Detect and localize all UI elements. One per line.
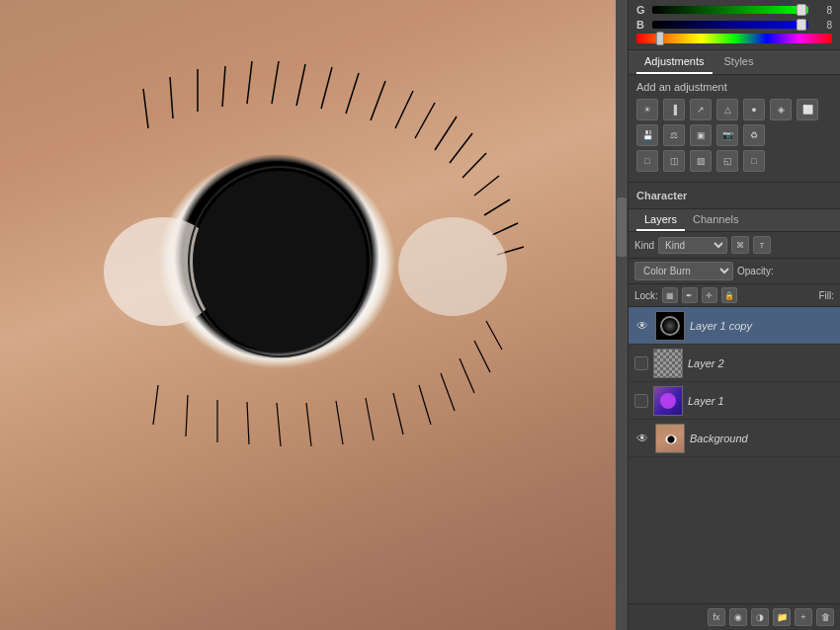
svg-line-22	[247, 402, 249, 444]
adj-icon-color-balance[interactable]: ⬜	[797, 99, 818, 120]
layer-item-layer1copy[interactable]: 👁 Layer 1 copy	[629, 307, 840, 345]
svg-line-23	[277, 403, 281, 446]
character-section: Character	[629, 183, 840, 209]
layer2-checkbox[interactable]	[634, 356, 648, 370]
bottom-icon-fx[interactable]: fx	[708, 608, 725, 626]
adj-icon-curves[interactable]: ↗	[690, 99, 712, 120]
svg-line-30	[460, 358, 474, 393]
layer2-thumb	[653, 349, 683, 378]
adj-icon-e[interactable]: □	[743, 150, 765, 172]
background-name: Background	[690, 433, 834, 444]
adj-icon-exposure[interactable]: △	[716, 99, 738, 120]
bottom-icon-mask[interactable]: ◉	[729, 608, 747, 626]
adj-icons-row-2: 💾 ⚖ ▣ 📷 ♻	[636, 124, 832, 146]
svg-line-17	[492, 223, 518, 235]
adj-icon-balance2[interactable]: ⚖	[663, 124, 685, 146]
layer1-checkbox[interactable]	[634, 394, 648, 408]
svg-point-35	[193, 171, 367, 353]
kind-icon-2[interactable]: T	[753, 236, 771, 254]
blend-row: Color Burn Opacity:	[629, 259, 840, 284]
layer1copy-name: Layer 1 copy	[690, 320, 834, 332]
svg-line-20	[186, 395, 188, 436]
lock-icon-1[interactable]: ▦	[662, 287, 678, 303]
right-panel: G 8 B 8 Adjustments Styles Add an adjust…	[628, 0, 840, 630]
layer1-thumb-purple	[654, 387, 682, 415]
layer-item-layer1[interactable]: Layer 1	[629, 382, 840, 420]
svg-point-34	[398, 217, 507, 316]
color-gradient-bar[interactable]	[636, 34, 832, 43]
canvas-scrollbar-thumb[interactable]	[617, 197, 627, 257]
b-slider-thumb[interactable]	[797, 19, 806, 31]
g-slider-track[interactable]	[652, 6, 808, 14]
tab-channels[interactable]: Channels	[685, 209, 746, 231]
adj-icon-a[interactable]: □	[636, 150, 658, 172]
svg-line-26	[366, 398, 374, 440]
character-header: Character	[636, 187, 832, 204]
b-slider-value: 8	[812, 20, 832, 31]
bottom-icon-new[interactable]: +	[795, 608, 812, 626]
layer-item-background[interactable]: 👁 Background	[629, 420, 840, 457]
svg-line-15	[474, 176, 499, 196]
svg-line-5	[272, 61, 279, 104]
adj-icon-c[interactable]: ▨	[690, 150, 712, 172]
kind-icon-1[interactable]: ⌘	[731, 236, 749, 254]
svg-line-9	[371, 81, 385, 120]
adj-icon-hue[interactable]: ●	[743, 99, 765, 120]
svg-line-28	[419, 385, 431, 425]
layer1copy-visibility[interactable]: 👁	[634, 318, 650, 334]
svg-line-12	[435, 117, 457, 150]
bottom-icon-folder[interactable]: 📁	[773, 608, 791, 626]
adj-icons-row-3: □ ◫ ▨ ◱ □	[636, 150, 832, 172]
layer-item-layer2[interactable]: Layer 2	[629, 345, 840, 382]
adj-icon-save[interactable]: 💾	[636, 124, 658, 146]
lock-label: Lock:	[634, 290, 658, 301]
blend-mode-select[interactable]: Color Burn	[634, 262, 733, 280]
background-visibility[interactable]: 👁	[634, 431, 650, 446]
color-bar-marker[interactable]	[656, 32, 664, 45]
tab-layers[interactable]: Layers	[636, 209, 685, 231]
adj-icons-row-1: ☀ ▐ ↗ △ ● ◈ ⬜	[636, 99, 832, 120]
g-slider-thumb[interactable]	[797, 4, 806, 16]
svg-line-29	[441, 373, 455, 411]
background-thumb	[655, 424, 685, 453]
adj-icon-vibrance[interactable]: ◈	[770, 99, 792, 120]
svg-line-19	[153, 385, 158, 425]
adj-icon-d[interactable]: ◱	[716, 150, 738, 172]
layer1-name: Layer 1	[688, 395, 834, 407]
svg-line-14	[462, 153, 486, 178]
adj-icon-b[interactable]: ◫	[663, 150, 685, 172]
lock-icon-4[interactable]: 🔒	[721, 287, 737, 303]
adjustments-section: Add an adjustment ☀ ▐ ↗ △ ● ◈ ⬜ 💾 ⚖ ▣ 📷 …	[629, 75, 840, 183]
svg-line-25	[336, 401, 343, 444]
bottom-icon-adjust[interactable]: ◑	[751, 608, 769, 626]
lock-icon-3[interactable]: ✛	[702, 287, 717, 303]
svg-line-16	[484, 199, 510, 215]
adj-icon-camera[interactable]: 📷	[716, 124, 738, 146]
svg-line-32	[486, 321, 502, 350]
color-bar-row	[636, 34, 832, 43]
g-slider-row: G 8	[636, 4, 832, 16]
canvas-scrollbar[interactable]	[616, 0, 628, 630]
svg-line-31	[474, 341, 490, 372]
adj-icon-refresh[interactable]: ♻	[743, 124, 765, 146]
kind-row: Kind Kind ⌘ T	[629, 232, 840, 259]
svg-line-24	[306, 403, 311, 446]
lock-row: Lock: ▦ ✒ ✛ 🔒 Fill:	[629, 284, 840, 307]
adj-icon-levels[interactable]: ▐	[663, 99, 685, 120]
layer1copy-thumb	[655, 311, 685, 341]
tab-adjustments[interactable]: Adjustments	[636, 50, 713, 74]
layers-tabs: Layers Channels	[629, 209, 840, 232]
adj-icon-brightness[interactable]: ☀	[636, 99, 658, 120]
adj-icon-rect[interactable]: ▣	[690, 124, 712, 146]
layer2-name: Layer 2	[688, 357, 834, 369]
bottom-icon-delete[interactable]: 🗑	[816, 608, 834, 626]
b-slider-track[interactable]	[652, 21, 808, 29]
layer1copy-thumb-black	[656, 312, 684, 340]
tab-styles[interactable]: Styles	[716, 50, 762, 74]
panel-tabs: Adjustments Styles	[629, 50, 840, 75]
svg-line-27	[393, 393, 403, 434]
b-slider-label: B	[636, 19, 648, 31]
lock-icon-2[interactable]: ✒	[682, 287, 698, 303]
kind-select[interactable]: Kind	[658, 237, 727, 254]
layers-list: 👁 Layer 1 copy Layer 2	[629, 307, 840, 603]
